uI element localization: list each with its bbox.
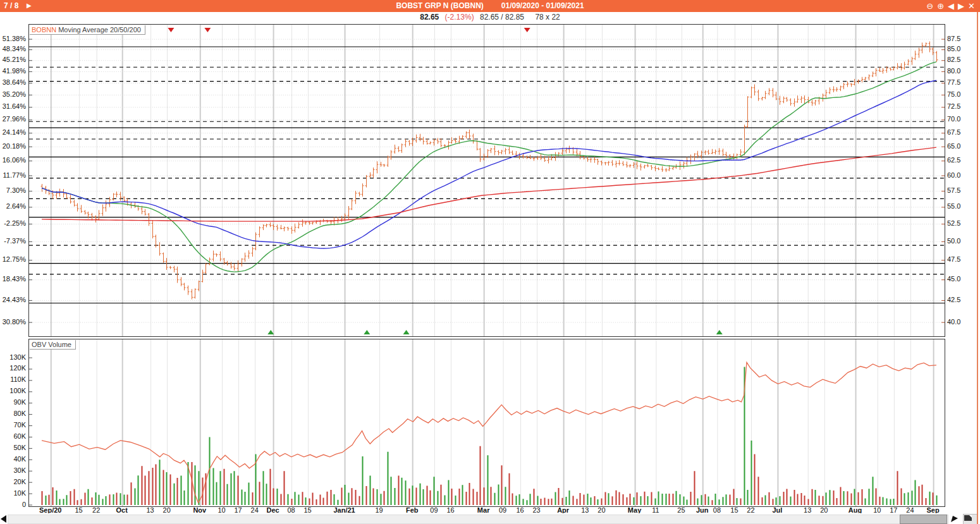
y-axis-label-percent: 35.20% (0, 90, 26, 98)
y-axis-label-price: 87.5 (947, 35, 960, 42)
buy-marker-icon (716, 330, 723, 334)
y-axis-label-percent: -7.37% (0, 237, 26, 245)
y-axis-label-price: 82.5 (947, 56, 960, 63)
obv-axis-label: 0 (0, 501, 26, 508)
y-axis-label-price: 77.5 (947, 78, 960, 86)
y-axis-label-percent: 12.75% (0, 255, 26, 263)
y-axis-label-price: 65.0 (947, 142, 960, 150)
buy-marker-icon (403, 330, 410, 334)
obv-axis-label: 120K (0, 364, 26, 372)
y-axis-label-price: 55.0 (947, 202, 960, 210)
obv-axis-label: 40K (0, 455, 26, 463)
sell-marker-icon (204, 28, 211, 32)
y-axis-label-price: 70.0 (947, 115, 960, 123)
y-axis-label-price: 45.0 (947, 275, 960, 283)
obv-axis-label: 110K (0, 375, 26, 383)
scrollbar-thumb[interactable] (900, 515, 947, 524)
y-axis-label-percent: 24.43% (0, 296, 26, 303)
y-axis-label-percent: 16.06% (0, 156, 26, 164)
price-chart[interactable] (29, 25, 945, 336)
zoom-out-icon[interactable]: ⊖ (926, 0, 933, 12)
symbol-title: BOBST GRP N (BOBNN) (396, 1, 483, 10)
chart-legend: BOBNN Moving Average 20/50/200 (30, 25, 145, 35)
y-axis-label-percent: 30.80% (0, 318, 26, 326)
y-axis-label-percent: 2.64% (0, 202, 26, 210)
title-bar: 7 / 8 ▶ BOBST GRP N (BOBNN)01/09/2020 - … (0, 0, 980, 12)
page-layout-button[interactable] (963, 514, 978, 524)
obv-axis-label: 60K (0, 432, 26, 440)
price-chart-panel[interactable]: BOBNN Moving Average 20/50/200 (28, 24, 945, 337)
obv-legend: OBV Volume (30, 340, 76, 350)
cursor-pointer-icon[interactable] (950, 514, 960, 523)
date-range: 01/09/2020 - 01/09/2021 (501, 1, 584, 10)
bid-ask: 82.65 / 82.85 (480, 13, 524, 21)
y-axis-label-percent: 41.98% (0, 67, 26, 75)
obv-axis-label: 50K (0, 444, 26, 451)
y-axis-label-percent: 51.38% (0, 35, 26, 42)
y-axis-label-percent: -2.25% (0, 219, 26, 227)
window-controls: ⊖⊕◀▶✕ (926, 0, 975, 12)
prev-icon[interactable]: ◀ (948, 0, 954, 12)
ma20-line (42, 62, 936, 272)
scrollbar-track[interactable] (8, 515, 948, 524)
obv-axis-label: 70K (0, 421, 26, 429)
sell-marker-icon (524, 28, 530, 32)
y-axis-label-price: 62.5 (947, 156, 960, 164)
y-axis-label-percent: 48.34% (0, 45, 26, 52)
y-axis-label-price: 67.5 (947, 128, 960, 136)
quote-line: 82.65 (-2.13%) 82.65 / 82.85 78 x 22 (0, 13, 980, 23)
obv-volume-panel[interactable]: OBV Volume (28, 339, 945, 507)
obv-axis-label: 20K (0, 478, 26, 485)
close-icon[interactable]: ✕ (968, 0, 975, 12)
sell-marker-icon (168, 28, 174, 32)
obv-chart[interactable] (29, 339, 945, 506)
y-axis-label-percent: 27.96% (0, 115, 26, 123)
y-axis-label-percent: 45.21% (0, 56, 26, 63)
window-right-edge (977, 12, 978, 524)
y-axis-label-price: 85.0 (947, 45, 960, 52)
y-axis-label-percent: 24.14% (0, 128, 26, 136)
y-axis-label-percent: 31.64% (0, 102, 26, 110)
legend-indicator: Moving Average 20/50/200 (58, 26, 141, 34)
obv-line (42, 362, 936, 503)
y-axis-label-percent: 7.30% (0, 186, 26, 194)
obv-axis-label: 130K (0, 353, 26, 361)
obv-axis-label: 10K (0, 489, 26, 497)
obv-axis-label: 80K (0, 410, 26, 417)
y-axis-label-price: 75.0 (947, 90, 960, 98)
volume-bars-up (46, 367, 937, 505)
y-axis-label-price: 50.0 (947, 237, 960, 245)
obv-axis-label: 30K (0, 466, 26, 474)
obv-axis-label: 100K (0, 387, 26, 394)
y-axis-label-price: 42.5 (947, 296, 960, 303)
y-axis-label-percent: 38.64% (0, 78, 26, 86)
y-axis-label-price: 57.5 (947, 186, 960, 194)
ohlc-bars (41, 42, 938, 300)
chart-window: 7 / 8 ▶ BOBST GRP N (BOBNN)01/09/2020 - … (0, 0, 980, 524)
change-percent: (-2.13%) (445, 13, 474, 21)
horizontal-scrollbar (0, 513, 980, 524)
y-axis-label-price: 60.0 (947, 171, 960, 179)
scroll-left-arrow-icon[interactable] (1, 515, 6, 523)
last-price: 82.65 (420, 13, 439, 21)
buy-marker-icon (364, 330, 370, 334)
y-axis-label-percent: 18.43% (0, 275, 26, 283)
legend-symbol: BOBNN (32, 26, 56, 34)
zoom-in-icon[interactable]: ⊕ (937, 0, 944, 12)
y-axis-label-price: 52.5 (947, 219, 960, 227)
window-title: BOBST GRP N (BOBNN)01/09/2020 - 01/09/20… (0, 1, 980, 10)
next-icon[interactable]: ▶ (958, 0, 964, 12)
bid-ask-size: 78 x 22 (535, 13, 560, 21)
obv-axis-label: 90K (0, 398, 26, 406)
y-axis-label-price: 72.5 (947, 102, 960, 110)
y-axis-label-price: 80.0 (947, 67, 960, 75)
y-axis-label-percent: 11.77% (0, 171, 26, 179)
y-axis-label-price: 47.5 (947, 255, 960, 263)
page-icon (964, 515, 972, 521)
ma200-line (42, 147, 936, 221)
y-axis-label-price: 40.0 (947, 318, 960, 326)
y-axis-label-percent: 20.18% (0, 142, 26, 150)
